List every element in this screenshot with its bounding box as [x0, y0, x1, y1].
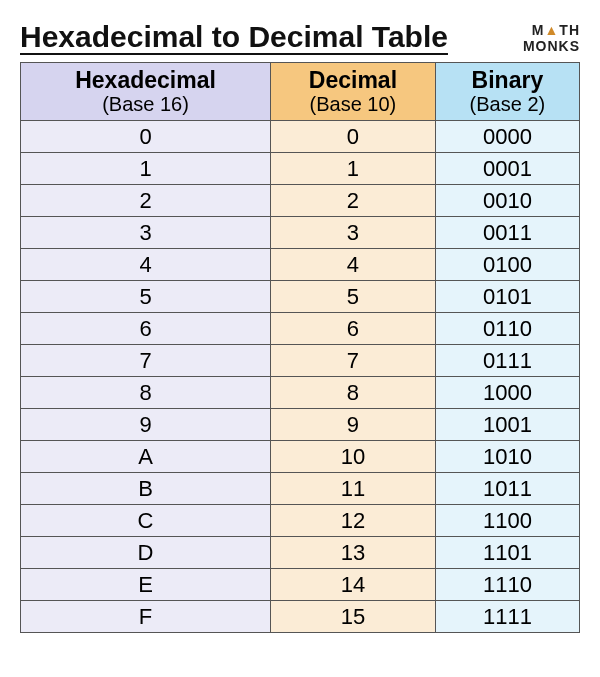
page-title: Hexadecimal to Decimal Table: [20, 20, 448, 54]
cell-bin: 1101: [435, 537, 579, 569]
cell-bin: 1010: [435, 441, 579, 473]
cell-dec: 3: [271, 217, 436, 249]
cell-bin: 0101: [435, 281, 579, 313]
cell-hex: 8: [21, 377, 271, 409]
cell-bin: 1100: [435, 505, 579, 537]
conversion-table: Hexadecimal (Base 16) Decimal (Base 10) …: [20, 62, 580, 633]
col-base: (Base 2): [470, 93, 546, 115]
cell-hex: F: [21, 601, 271, 633]
cell-dec: 13: [271, 537, 436, 569]
cell-hex: D: [21, 537, 271, 569]
cell-hex: 9: [21, 409, 271, 441]
cell-hex: 4: [21, 249, 271, 281]
cell-dec: 14: [271, 569, 436, 601]
cell-bin: 1111: [435, 601, 579, 633]
cell-bin: 0010: [435, 185, 579, 217]
triangle-icon: ▲: [544, 22, 559, 38]
cell-dec: 1: [271, 153, 436, 185]
cell-hex: A: [21, 441, 271, 473]
cell-dec: 12: [271, 505, 436, 537]
table-row: 660110: [21, 313, 580, 345]
logo-line2: MONKS: [523, 39, 580, 54]
cell-dec: 11: [271, 473, 436, 505]
table-row: 881000: [21, 377, 580, 409]
col-base: (Base 10): [310, 93, 397, 115]
cell-bin: 1001: [435, 409, 579, 441]
cell-hex: 0: [21, 121, 271, 153]
cell-hex: 1: [21, 153, 271, 185]
table-row: 440100: [21, 249, 580, 281]
cell-bin: 0110: [435, 313, 579, 345]
col-header-dec: Decimal (Base 10): [271, 63, 436, 121]
cell-bin: 0011: [435, 217, 579, 249]
cell-dec: 2: [271, 185, 436, 217]
table-row: D131101: [21, 537, 580, 569]
table-row: F151111: [21, 601, 580, 633]
cell-dec: 0: [271, 121, 436, 153]
table-row: E141110: [21, 569, 580, 601]
col-header-hex: Hexadecimal (Base 16): [21, 63, 271, 121]
logo-m: M: [532, 22, 545, 38]
cell-hex: 7: [21, 345, 271, 377]
cell-dec: 8: [271, 377, 436, 409]
cell-bin: 0100: [435, 249, 579, 281]
cell-hex: C: [21, 505, 271, 537]
cell-bin: 1011: [435, 473, 579, 505]
cell-dec: 15: [271, 601, 436, 633]
table-row: 550101: [21, 281, 580, 313]
cell-hex: 3: [21, 217, 271, 249]
table-row: C121100: [21, 505, 580, 537]
col-name: Binary: [472, 67, 544, 93]
cell-hex: E: [21, 569, 271, 601]
col-name: Decimal: [309, 67, 397, 93]
table-row: A101010: [21, 441, 580, 473]
cell-bin: 0001: [435, 153, 579, 185]
logo: M▲TH MONKS: [523, 23, 580, 54]
table-row: 991001: [21, 409, 580, 441]
col-base: (Base 16): [102, 93, 189, 115]
cell-dec: 10: [271, 441, 436, 473]
cell-bin: 1000: [435, 377, 579, 409]
table-row: 330011: [21, 217, 580, 249]
cell-dec: 6: [271, 313, 436, 345]
cell-bin: 1110: [435, 569, 579, 601]
cell-dec: 7: [271, 345, 436, 377]
table-header-row: Hexadecimal (Base 16) Decimal (Base 10) …: [21, 63, 580, 121]
cell-hex: 6: [21, 313, 271, 345]
table-row: 220010: [21, 185, 580, 217]
header-row: Hexadecimal to Decimal Table M▲TH MONKS: [20, 20, 580, 54]
table-row: 110001: [21, 153, 580, 185]
cell-bin: 0000: [435, 121, 579, 153]
cell-dec: 9: [271, 409, 436, 441]
table-body: 0000001100012200103300114401005501016601…: [21, 121, 580, 633]
table-row: 770111: [21, 345, 580, 377]
col-header-bin: Binary (Base 2): [435, 63, 579, 121]
logo-line1: M▲TH: [523, 23, 580, 38]
col-name: Hexadecimal: [75, 67, 216, 93]
cell-hex: 2: [21, 185, 271, 217]
logo-th: TH: [559, 22, 580, 38]
cell-hex: 5: [21, 281, 271, 313]
table-row: 000000: [21, 121, 580, 153]
cell-bin: 0111: [435, 345, 579, 377]
table-row: B111011: [21, 473, 580, 505]
cell-hex: B: [21, 473, 271, 505]
cell-dec: 5: [271, 281, 436, 313]
cell-dec: 4: [271, 249, 436, 281]
